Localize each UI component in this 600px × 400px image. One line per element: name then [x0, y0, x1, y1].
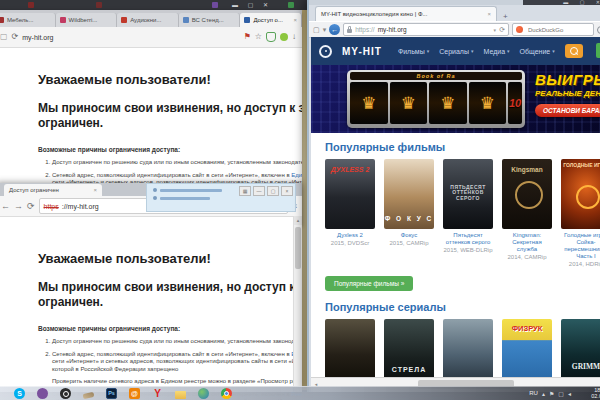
taskbar: S Ps @ Y RU ▴ ⚑ ▢ ◂ 18:0 02.03	[0, 386, 600, 400]
film-title[interactable]: Голодные игры: Сойка-пересмешница. Часть…	[561, 232, 600, 260]
film-card[interactable]: ПЯТЬДЕСЯТ ОТТЕНКОВ СЕРОГО Пятьдесят отте…	[443, 159, 493, 267]
film-poster[interactable]: ДУХLESS 2	[325, 159, 375, 229]
taskbar-clock[interactable]: 18:0 02.03	[575, 387, 600, 400]
scrollbar-thumb[interactable]	[295, 227, 301, 269]
window-controls[interactable]: ▬ ▢ ✕	[523, 0, 600, 5]
film-reel-logo-icon[interactable]	[319, 45, 332, 58]
myhit-page: MY-HIT Фильмы▾ Сериалы▾ Медиа▾ Общение▾ …	[311, 37, 600, 378]
film-poster[interactable]: ГОЛОДНЫЕ ИГРЫ	[561, 159, 600, 229]
film-card[interactable]: ГОЛОДНЫЕ ИГРЫ Голодные игры: Сойка-перес…	[561, 159, 600, 267]
series-card[interactable]: ФИЗРУК	[502, 319, 552, 378]
viber-icon[interactable]	[37, 388, 48, 399]
bookmark-star-icon[interactable]: ☆	[255, 33, 262, 41]
shield-extension-icon[interactable]	[266, 32, 276, 42]
film-poster[interactable]: ПЯТЬДЕСЯТ ОТТЕНКОВ СЕРОГО	[443, 159, 493, 229]
popular-films-button[interactable]: Популярные фильмы »	[325, 276, 413, 291]
series-poster[interactable]	[325, 319, 375, 378]
nav-series[interactable]: Сериалы▾	[439, 48, 473, 55]
scroll-up-icon[interactable]: ▴	[294, 216, 302, 225]
search-icon	[570, 47, 578, 55]
casino-ad-banner[interactable]: Book of Ra ♛ ♛ ♛ ♛ 10 ВЫИГРЫВАЙ РЕАЛЬНЫЕ…	[311, 65, 600, 133]
window-titlebar[interactable]: ▬ ▢ ✕	[309, 0, 600, 5]
nav-media[interactable]: Медиа▾	[484, 48, 510, 55]
folder-icon[interactable]	[175, 391, 186, 399]
language-indicator[interactable]: RU	[529, 390, 538, 396]
nav-community[interactable]: Общение▾	[520, 48, 555, 55]
close-tab-icon[interactable]: ×	[487, 11, 491, 17]
download-icon[interactable]: ↓	[292, 33, 296, 41]
film-title[interactable]: Фокус	[384, 232, 434, 239]
film-title[interactable]: Kingsman: Секретная служба	[502, 232, 552, 253]
series-card[interactable]	[325, 319, 375, 378]
search-input[interactable]	[526, 26, 590, 34]
brush-tool-icon[interactable]	[83, 391, 95, 398]
film-card[interactable]: Ф О К У С Фокус 2015, CAMRip	[384, 159, 434, 267]
film-title[interactable]: Духless 2	[325, 232, 375, 239]
series-poster[interactable]: СТРЕЛА	[384, 319, 434, 378]
address-bar[interactable]: my-hit.org	[22, 34, 239, 41]
panel-minimize-icon[interactable]: —	[253, 186, 265, 196]
panel-restore-icon[interactable]: ▢	[267, 186, 279, 196]
chevron-down-icon[interactable]: ▾	[494, 27, 497, 33]
registry-link[interactable]: Единый Реестр	[291, 172, 302, 178]
back-icon[interactable]: ←	[1, 202, 10, 211]
search-box[interactable]	[512, 23, 594, 36]
series-card[interactable]: СТРЕЛА	[384, 319, 434, 378]
flag-extension-icon[interactable]: ⚑	[244, 33, 251, 41]
panel-close-icon[interactable]: ×	[281, 186, 293, 196]
chevron-down-icon[interactable]: ▾	[323, 26, 327, 33]
panel-list-item[interactable]	[153, 196, 295, 200]
block-page-reasons-title: Возможные причины ограничения доступа:	[38, 325, 302, 332]
tab-audiobooks[interactable]: Аудиокни...	[117, 13, 179, 27]
bookmark-icon[interactable]: ▢	[0, 33, 8, 41]
volume-icon[interactable]: ◂	[568, 390, 571, 397]
site-brand[interactable]: MY-HIT	[342, 46, 382, 57]
reload-icon[interactable]: ⟳	[12, 33, 19, 41]
action-center-flag-icon[interactable]: ⚑	[549, 390, 554, 397]
film-card[interactable]: ДУХLESS 2 Духless 2 2015, DVDScr	[325, 159, 375, 267]
tab-myhit-active[interactable]: MY-HIT видеоэнциклопедия кино | Ф... ×	[315, 6, 497, 21]
reload-icon[interactable]: ⟳	[27, 202, 35, 211]
series-poster[interactable]: GRIMM	[561, 319, 600, 378]
series-poster[interactable]: ФИЗРУК	[502, 319, 552, 378]
skype-icon[interactable]: S	[14, 388, 25, 399]
site-search-button[interactable]	[565, 44, 583, 58]
tab-stand[interactable]: ВС Стенд...	[179, 13, 241, 27]
adblock-extension-icon[interactable]	[280, 33, 288, 41]
background-window-controls[interactable]: ▬ ▢ ✕	[232, 1, 272, 8]
series-card[interactable]: GRIMM	[561, 319, 600, 378]
tab-wildberries[interactable]: Wildberri...	[56, 13, 118, 27]
internet-globe-icon[interactable]	[198, 388, 209, 399]
display-icon[interactable]: ▢	[558, 390, 564, 397]
reload-icon[interactable]: ⟳	[499, 26, 505, 33]
series-poster[interactable]	[443, 319, 493, 378]
address-bar[interactable]: https:// my-hit.org ▾ ⟳	[343, 23, 509, 36]
page-action-icon[interactable]: ▢	[313, 26, 320, 33]
odnoklassniki-icon[interactable]: @	[129, 388, 140, 399]
series-card[interactable]	[443, 319, 493, 378]
login-button[interactable]	[596, 43, 600, 58]
close-tab-icon[interactable]: ×	[293, 17, 297, 23]
media-player-icon[interactable]	[60, 388, 71, 399]
film-poster[interactable]: Kingsman	[502, 159, 552, 229]
film-poster[interactable]: Ф О К У С	[384, 159, 434, 229]
ra-figure-icon: ♛	[401, 93, 416, 114]
vertical-scrollbar[interactable]: ▴	[293, 216, 302, 392]
tray-expand-icon[interactable]: ▴	[542, 390, 545, 397]
tab-access-restricted[interactable]: Доступ ограничен ×	[4, 184, 102, 196]
yandex-icon[interactable]: Y	[152, 388, 163, 399]
tab-furniture[interactable]: Мебель...	[0, 13, 56, 27]
film-card[interactable]: Kingsman Kingsman: Секретная служба 2014…	[502, 159, 552, 267]
slot-reel: 10	[508, 82, 522, 124]
panel-grid-icon[interactable]: ▦	[239, 186, 251, 196]
tab-access-restricted-active[interactable]: Доступ о... ×	[240, 13, 302, 27]
nav-films[interactable]: Фильмы▾	[398, 48, 429, 55]
chrome-icon[interactable]	[221, 388, 232, 399]
film-title[interactable]: Пятьдесят оттенков серого	[443, 232, 493, 246]
banner-spin-button[interactable]: ОСТАНОВИ БАРАБАНЫ	[535, 104, 600, 117]
back-button[interactable]: ←	[329, 24, 340, 35]
new-tab-button[interactable]: +	[497, 12, 514, 21]
close-tab-icon[interactable]: ×	[93, 187, 97, 193]
photoshop-icon[interactable]: Ps	[106, 388, 117, 399]
forward-icon[interactable]: →	[14, 202, 23, 211]
